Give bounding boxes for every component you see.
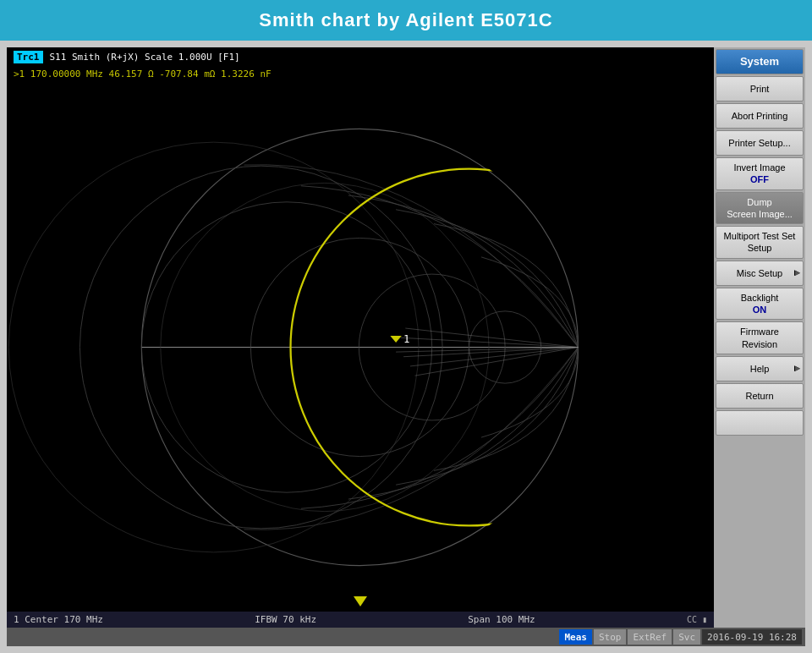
trace-label: Trc1 xyxy=(14,51,43,63)
status-svc: Svc xyxy=(673,629,700,645)
return-button[interactable] xyxy=(716,410,804,436)
app-header: Smith chart by Agilent E5071C xyxy=(0,0,812,41)
abort-printing-button[interactable]: Abort Printing xyxy=(716,103,804,129)
backlight-button[interactable]: BacklightON xyxy=(716,288,804,321)
printer-setup-button[interactable]: Printer Setup... xyxy=(716,130,804,156)
dump-screen-button[interactable]: DumpScreen Image... xyxy=(716,192,804,225)
marker-arrow xyxy=(354,596,367,606)
smith-chart-display: 1 xyxy=(7,83,714,612)
misc-setup-button[interactable]: Misc Setup ▶ xyxy=(716,261,804,286)
chart-container: Trc1 S11 Smith (R+jX) Scale 1.000U [F1] … xyxy=(7,47,714,628)
footer-ifbw: IFBW 70 kHz xyxy=(255,614,316,625)
help-button[interactable]: Return xyxy=(716,383,804,409)
measurement-readout: >1 170.00000 MHz 46.157 Ω -707.84 mΩ 1.3… xyxy=(7,67,714,83)
footer-indicator: CC ▮ xyxy=(687,615,707,624)
chart-header: Trc1 S11 Smith (R+jX) Scale 1.000U [F1] xyxy=(7,47,714,67)
misc-setup-arrow: ▶ xyxy=(794,268,800,278)
service-menu-button[interactable]: Help ▶ xyxy=(716,356,804,381)
footer-center: 1 Center 170 MHz xyxy=(14,614,103,625)
firmware-button[interactable]: FirmwareRevision xyxy=(716,321,804,354)
chart-footer: 1 Center 170 MHz IFBW 70 kHz Span 100 MH… xyxy=(7,612,714,628)
invert-image-button[interactable]: Invert ImageOFF xyxy=(716,157,804,190)
main-area: Trc1 S11 Smith (R+jX) Scale 1.000U [F1] … xyxy=(0,41,812,653)
multiport-button[interactable]: Multiport Test Set Setup xyxy=(716,226,804,259)
status-meas: Meas xyxy=(559,629,592,645)
status-bar: Meas Stop ExtRef Svc 2016-09-19 16:28 xyxy=(7,628,805,646)
instrument-panel: Trc1 S11 Smith (R+jX) Scale 1.000U [F1] … xyxy=(7,47,805,628)
system-button[interactable]: System xyxy=(716,49,804,74)
smith-chart-svg: 1 xyxy=(7,83,714,612)
print-button[interactable]: Print xyxy=(716,76,804,102)
app-title: Smith chart by Agilent E5071C xyxy=(259,9,552,31)
footer-span: Span 100 MHz xyxy=(468,614,535,625)
svg-text:1: 1 xyxy=(403,333,409,345)
sidebar-panel: System Print Abort Printing Printer Setu… xyxy=(714,47,805,628)
status-datetime: 2016-09-19 16:28 xyxy=(702,629,802,645)
status-stop: Stop xyxy=(594,629,627,645)
service-menu-arrow: ▶ xyxy=(794,364,800,374)
status-extref: ExtRef xyxy=(628,629,672,645)
chart-title: S11 Smith (R+jX) Scale 1.000U [F1] xyxy=(50,52,240,63)
